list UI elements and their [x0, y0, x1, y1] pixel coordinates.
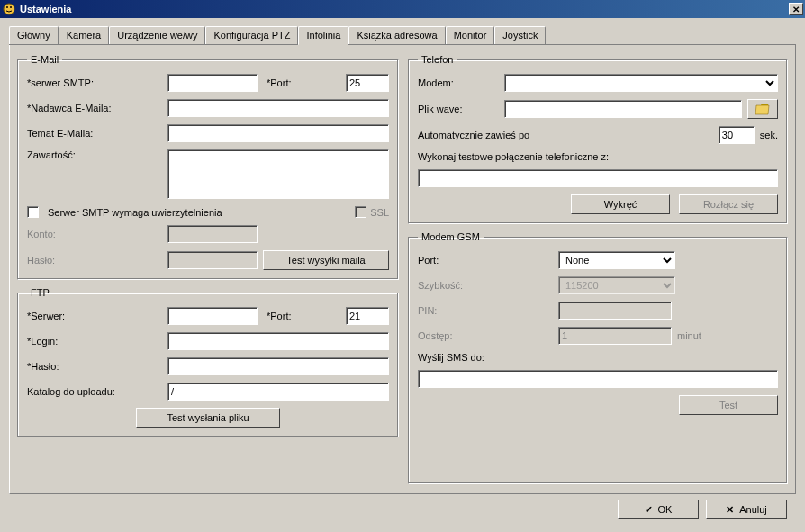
hangup-post-label: sek.: [760, 130, 778, 140]
body-label: Zawartość:: [27, 149, 162, 160]
gsm-port-label: Port:: [418, 255, 499, 266]
ssl-checkbox: [355, 206, 366, 218]
cancel-button[interactable]: Anuluj: [706, 500, 787, 519]
email-password-label: Hasło:: [27, 255, 162, 266]
tab-bar: Główny Kamera Urządzenie we/wy Konfigura…: [9, 26, 796, 45]
smtp-input[interactable]: [167, 74, 258, 92]
ftp-dir-label: Katalog do uploadu:: [27, 386, 162, 397]
browse-wave-button[interactable]: [747, 99, 778, 119]
sms-label: Wyślij SMS do:: [418, 352, 484, 363]
body-input[interactable]: [167, 149, 389, 199]
close-button[interactable]: ✕: [789, 3, 803, 15]
sms-input[interactable]: [418, 370, 778, 388]
tab-joystick[interactable]: Joystick: [494, 26, 546, 44]
sender-input[interactable]: [167, 99, 389, 117]
ssl-label: SSL: [370, 207, 389, 218]
gsm-pin-input: [558, 302, 672, 320]
app-icon: [2, 2, 16, 16]
tab-monitor[interactable]: Monitor: [446, 26, 495, 44]
gsm-interval-unit: minut: [677, 330, 701, 341]
wave-label: Plik wave:: [418, 104, 499, 114]
ftp-group: FTP *Serwer: *Port: *Login: *Hasło: Kata…: [17, 287, 399, 437]
ftp-server-label: *Serwer:: [27, 311, 162, 321]
gsm-speed-label: Szybkość:: [418, 280, 499, 291]
account-input: [167, 225, 258, 243]
ftp-password-label: *Hasło:: [27, 361, 162, 372]
wave-input[interactable]: [504, 100, 742, 118]
ok-label: OK: [658, 504, 673, 515]
ftp-legend: FTP: [27, 287, 53, 298]
tab-camera[interactable]: Kamera: [59, 26, 110, 44]
test-email-button[interactable]: Test wysyłki maila: [263, 250, 389, 270]
dial-button[interactable]: Wykręć: [571, 194, 670, 214]
gsm-test-button: Test: [679, 395, 778, 415]
gsm-group: Modem GSM Port: None Szybkość: 115200 PI…: [408, 231, 788, 484]
titlebar: Ustawienia ✕: [0, 0, 805, 18]
phone-test-input[interactable]: [418, 169, 778, 187]
window-title: Ustawienia: [20, 4, 789, 14]
svg-point-0: [4, 4, 14, 14]
tab-io-device[interactable]: Urządzenie we/wy: [109, 26, 205, 44]
tab-hotline[interactable]: Infolinia: [298, 26, 348, 45]
gsm-interval-input: [558, 327, 672, 345]
email-group: E-Mail *serwer SMTP: *Port: *Nadawca E-M…: [17, 54, 399, 280]
folder-icon: [755, 103, 770, 115]
account-label: Konto:: [27, 229, 162, 239]
hangup-pre-label: Automatycznie zawieś po: [418, 130, 529, 140]
test-ftp-button[interactable]: Test wysłania pliku: [136, 408, 280, 428]
smtp-port-label: *Port:: [267, 77, 292, 88]
hangup-button: Rozłącz się: [679, 194, 778, 214]
ftp-port-input[interactable]: [346, 307, 389, 325]
ftp-login-label: *Login:: [27, 336, 162, 347]
email-legend: E-Mail: [27, 54, 62, 65]
auth-label: Serwer SMTP wymaga uwierzytelnienia: [48, 207, 222, 218]
gsm-pin-label: PIN:: [418, 305, 499, 316]
auth-checkbox[interactable]: [27, 206, 39, 218]
tab-address-book[interactable]: Książka adresowa: [348, 26, 445, 44]
gsm-port-select[interactable]: None: [558, 251, 675, 269]
tab-panel: E-Mail *serwer SMTP: *Port: *Nadawca E-M…: [9, 44, 796, 494]
tab-main[interactable]: Główny: [9, 26, 59, 44]
subject-label: Temat E-Maila:: [27, 128, 162, 139]
ok-button[interactable]: OK: [618, 500, 699, 519]
ftp-login-input[interactable]: [167, 332, 389, 350]
tab-ptz-config[interactable]: Konfiguracja PTZ: [205, 26, 298, 44]
ftp-dir-input[interactable]: [167, 383, 389, 401]
ftp-server-input[interactable]: [167, 307, 258, 325]
svg-point-1: [6, 6, 8, 8]
modem-label: Modem:: [418, 77, 499, 88]
email-password-input: [167, 251, 258, 269]
cancel-label: Anuluj: [739, 504, 767, 515]
ftp-port-label: *Port:: [267, 311, 292, 321]
smtp-port-input[interactable]: [346, 74, 389, 92]
smtp-label: *serwer SMTP:: [27, 77, 162, 88]
gsm-speed-select: 115200: [558, 276, 675, 294]
sender-label: *Nadawca E-Maila:: [27, 103, 162, 113]
subject-input[interactable]: [167, 124, 389, 142]
phone-test-label: Wykonaj testowe połączenie telefoniczne …: [418, 151, 609, 162]
ftp-password-input[interactable]: [167, 357, 389, 375]
hangup-seconds-input[interactable]: [719, 126, 755, 144]
phone-legend: Telefon: [418, 54, 457, 65]
phone-group: Telefon Modem: Plik wave: Automatycznie …: [408, 54, 788, 224]
svg-point-2: [10, 6, 12, 8]
gsm-legend: Modem GSM: [418, 231, 484, 242]
gsm-interval-label: Odstęp:: [418, 330, 499, 341]
dialog-footer: OK Anuluj: [9, 494, 796, 525]
modem-select[interactable]: [504, 74, 778, 92]
x-icon: [726, 504, 734, 516]
check-icon: [645, 504, 653, 516]
